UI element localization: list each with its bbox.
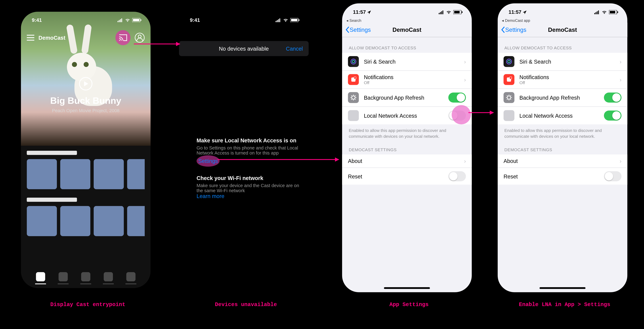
svg-point-23 <box>510 77 512 79</box>
row-about[interactable]: About › <box>498 155 628 168</box>
play-button[interactable] <box>79 77 93 91</box>
status-bar: 9:41 <box>179 12 309 29</box>
chevron-right-icon: › <box>464 58 466 65</box>
row-local-network[interactable]: Local Network Access <box>498 107 628 124</box>
row-reset[interactable]: Reset <box>342 168 472 185</box>
lna-switch[interactable] <box>448 111 466 121</box>
bg-refresh-switch[interactable] <box>604 93 622 103</box>
chevron-left-icon <box>346 27 350 33</box>
flow-arrow-icon <box>468 112 494 113</box>
content-tile[interactable] <box>27 206 57 236</box>
chevron-right-icon: › <box>464 76 466 83</box>
lna-switch[interactable] <box>604 111 622 121</box>
home-indicator[interactable] <box>384 287 430 289</box>
hero-area: 9:41 DemoCast <box>21 12 150 146</box>
flow-arrow-icon <box>218 159 339 160</box>
row-label: About <box>348 158 362 164</box>
breadcrumb-back[interactable]: ◂ Search <box>342 18 472 23</box>
svg-rect-10 <box>454 11 460 14</box>
cast-button[interactable] <box>116 30 130 45</box>
row-label: Local Network Access <box>520 113 573 119</box>
content-tile[interactable] <box>60 206 90 236</box>
menu-icon[interactable] <box>27 35 34 41</box>
row-sublabel: Off <box>520 80 549 85</box>
row-reset[interactable]: Reset <box>498 168 628 185</box>
status-indicators <box>438 10 462 14</box>
page-title: DemoCast <box>392 27 422 33</box>
row-labels: Notifications Off <box>364 74 394 85</box>
breadcrumb-back[interactable]: ◂ DemoCast app <box>498 18 628 23</box>
back-button[interactable]: Settings <box>346 27 371 33</box>
hero-titles: Big Buck Bunny Peach Open Movie Project,… <box>21 96 150 113</box>
status-time: 9:41 <box>32 17 42 23</box>
tab-item[interactable] <box>81 272 90 281</box>
help-panel: Make sure Local Network Access is on Go … <box>196 137 302 208</box>
svg-point-13 <box>352 60 355 63</box>
hero-title: Big Buck Bunny <box>21 96 150 106</box>
phone-no-devices: 9:41 No devices available Cancel Make su… <box>179 12 309 288</box>
cellular-icon <box>594 10 600 14</box>
account-icon[interactable] <box>134 33 145 43</box>
notifications-icon <box>348 74 359 85</box>
content-tile[interactable] <box>60 159 90 189</box>
cast-icon <box>119 34 127 41</box>
svg-rect-18 <box>610 11 615 14</box>
caption: App Settings <box>334 301 484 308</box>
content-tile[interactable] <box>94 206 124 236</box>
app-list: About › Reset <box>498 155 628 185</box>
svg-rect-19 <box>617 11 618 13</box>
reset-switch[interactable] <box>448 171 466 181</box>
settings-link[interactable]: Settings <box>196 155 220 167</box>
section-header-access: ALLOW DEMOCAST TO ACCESS <box>498 37 628 53</box>
phone-democast-app: 9:41 DemoCast <box>21 12 150 288</box>
cellular-icon <box>438 10 444 14</box>
row-siri[interactable]: Siri & Search › <box>342 53 472 71</box>
row-siri[interactable]: Siri & Search › <box>498 53 628 71</box>
reset-switch[interactable] <box>604 171 622 181</box>
tab-item[interactable] <box>104 272 113 281</box>
hero-subtitle: Peach Open Movie Project, 2008 <box>21 108 150 113</box>
row-local-network[interactable]: Local Network Access <box>342 107 472 124</box>
content-tile[interactable] <box>94 159 124 189</box>
tip-title: Check your Wi-Fi network <box>196 175 302 181</box>
bg-refresh-switch[interactable] <box>448 93 466 103</box>
chevron-right-icon: › <box>620 58 622 65</box>
content-tile[interactable] <box>127 159 145 189</box>
notifications-icon <box>504 74 514 85</box>
location-icon <box>523 11 526 14</box>
section-header-app: DEMOCAST SETTINGS <box>342 139 472 155</box>
row-bg-refresh[interactable]: Background App Refresh <box>342 89 472 107</box>
svg-rect-2 <box>140 19 141 21</box>
cellular-icon <box>117 18 123 22</box>
tab-item[interactable] <box>36 272 45 281</box>
svg-point-16 <box>352 96 355 99</box>
gear-icon <box>348 92 359 103</box>
row-label-placeholder <box>27 151 77 155</box>
row-label: Background App Refresh <box>520 94 580 101</box>
flow-arrow-icon <box>134 44 180 44</box>
svg-point-24 <box>507 96 511 99</box>
row-notifications[interactable]: Notifications Off › <box>342 71 472 89</box>
row-bg-refresh[interactable]: Background App Refresh <box>498 89 628 107</box>
wifi-icon <box>446 10 452 14</box>
back-button[interactable]: Settings <box>501 27 526 33</box>
tip-local-network: Make sure Local Network Access is on Go … <box>196 137 302 167</box>
cancel-button[interactable]: Cancel <box>286 45 303 52</box>
row-about[interactable]: About › <box>342 155 472 168</box>
lna-footer-note: Enabled to allow this app permission to … <box>342 124 472 139</box>
tab-item[interactable] <box>58 272 68 281</box>
svg-point-4 <box>138 35 141 38</box>
learn-more-link[interactable]: Learn more <box>196 193 224 199</box>
content-tile[interactable] <box>27 159 57 189</box>
row-label: Notifications <box>364 74 394 81</box>
row-label: Reset <box>504 173 518 180</box>
content-tile[interactable] <box>127 206 145 236</box>
tip-wifi: Check your Wi-Fi network Make sure your … <box>196 175 302 199</box>
status-time: 11:57 <box>353 9 371 15</box>
access-list: Siri & Search › Notifications Off › Back… <box>498 53 628 125</box>
tab-item[interactable] <box>126 272 136 281</box>
tab-bar <box>21 272 150 281</box>
home-indicator[interactable] <box>540 287 586 289</box>
row-notifications[interactable]: Notifications Off › <box>498 71 628 89</box>
status-indicators <box>117 18 142 22</box>
